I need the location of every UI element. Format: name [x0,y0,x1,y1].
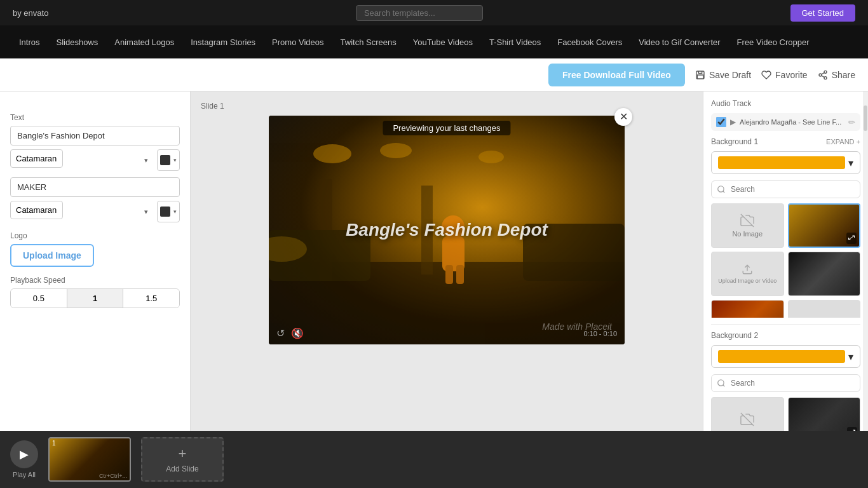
nav-item-slideshows[interactable]: Slideshows [50,34,105,51]
share-action[interactable]: Share [818,70,855,80]
color-swatch-1 [160,155,170,165]
upload-image-video-cell[interactable]: Upload Image or Video [711,252,784,296]
color-picker-1[interactable]: ▾ [157,149,180,171]
share-icon [818,70,828,80]
bg1-expand-button[interactable]: EXPAND + [826,138,860,146]
save-draft-action[interactable]: Save Draft [695,70,751,80]
upload-icon [742,264,753,275]
video-wrapper: Bangle's Fashion Depot Made with Placeit… [269,116,625,344]
logo-text: by envato [13,8,48,18]
nav-item-intros[interactable]: Intros [13,34,46,51]
replay-icon[interactable]: ↺ [276,327,285,339]
svg-point-7 [313,144,351,163]
text-field-label: Text [10,113,180,122]
speed-row: 0.5 1 1.5 [10,288,180,308]
speed-1-button[interactable]: 1 [67,289,124,308]
speed-15-button[interactable]: 1.5 [123,289,179,308]
bg1-chevron-icon: ▾ [848,157,853,169]
nav-item-youtube-videos[interactable]: YouTube Videos [407,34,479,51]
filmstrip: ▶ Play All 1 Ctr+Ctrl+... + Add Slide [0,431,868,488]
play-circle-icon: ▶ [10,440,38,468]
get-started-button[interactable]: Get Started [790,4,855,22]
slide-label: Slide 1 [201,102,224,111]
svg-line-5 [821,72,824,74]
bg2-images-grid [711,397,860,431]
text-input-2[interactable] [10,177,180,197]
color-picker-2[interactable]: ▾ [157,201,180,222]
font-row-1: Catamaran ▾ [10,149,180,171]
save-icon [695,70,705,80]
video-controls: ↺ 🔇 0:10 - 0:10 [269,327,625,339]
svg-point-3 [824,76,827,79]
add-slide-label: Add Slide [166,464,198,473]
bg2-image-cell-1[interactable] [788,397,861,431]
crop-icon [846,233,857,244]
nav-item-animated-logos[interactable]: Animated Logos [108,34,180,51]
right-panel: Audio Track ▶ Alejandro Magaña - See Lin… [703,92,868,431]
svg-line-4 [821,76,824,78]
bg-image-cell-3[interactable] [711,300,784,318]
video-text-overlay: Bangle's Fashion Depot [269,220,625,240]
slide-thumb-label: Ctr+Ctrl+... [99,473,127,479]
scrollbar-thumb [864,105,867,131]
bg-image-cell-1[interactable] [788,203,861,248]
play-all-label: Play All [13,471,36,478]
download-button[interactable]: Free Download Full Video [548,64,685,86]
top-search-input[interactable] [356,5,483,21]
font-select-1[interactable]: Catamaran [10,149,63,168]
nav-item-video-to-gif[interactable]: Video to Gif Converter [632,34,726,51]
text-input-1[interactable] [10,126,180,146]
slide-number: 1 [52,440,56,447]
chevron-down-icon-2: ▾ [173,208,177,215]
bg2-search-input[interactable] [711,374,860,392]
nav-item-instagram-stories[interactable]: Instagram Stories [184,34,262,51]
right-panel-scrollbar[interactable] [863,92,868,431]
no-image-cell[interactable]: No Image [711,203,784,248]
add-slide-button[interactable]: + Add Slide [141,437,224,482]
bg1-color-bar [718,156,845,169]
svg-point-8 [380,143,412,158]
speed-05-button[interactable]: 0.5 [11,289,67,308]
audio-track-title: Audio Track [711,99,860,108]
share-label: Share [832,70,855,80]
audio-checkbox[interactable] [716,117,726,127]
edit-audio-icon[interactable]: ✏ [848,118,855,127]
bg1-search-input[interactable] [711,180,860,198]
favorite-action[interactable]: Favorite [761,70,808,80]
play-all-button[interactable]: ▶ Play All [10,440,38,478]
logo-label: Logo [10,231,180,240]
nav-item-twitch-screens[interactable]: Twitch Screens [334,34,403,51]
nav-item-facebook-covers[interactable]: Facebook Covers [551,34,628,51]
favorite-label: Favorite [775,70,808,80]
bg-image-cell-2[interactable] [788,252,861,296]
svg-line-19 [849,236,855,240]
divider [711,324,860,325]
slide-thumb-1[interactable]: 1 Ctr+Ctrl+... [48,437,131,482]
bg1-images-grid: No Image Upload Image or Video [711,203,860,318]
logo-area: by envato [13,8,48,18]
bg-image-cell-4[interactable] [788,300,861,318]
close-preview-button[interactable]: ✕ [614,108,632,126]
svg-rect-16 [445,265,453,284]
mute-icon[interactable]: 🔇 [291,327,304,339]
nav-item-free-video-cropper[interactable]: Free Video Cropper [731,34,816,51]
preview-banner: Previewing your last changes [383,121,510,135]
center-panel: Slide 1 [191,92,703,431]
bg2-color-picker[interactable]: ▾ [711,345,860,368]
font-select-2[interactable]: Catamaran [10,201,63,219]
no-image-icon [740,214,754,227]
nav-item-tshirt-videos[interactable]: T-Shirt Videos [483,34,547,51]
left-panel: Text Catamaran ▾ Catamaran ▾ [0,92,191,431]
main-layout: Text Catamaran ▾ Catamaran ▾ [0,92,868,431]
bg2-section-title: Background 2 [711,331,860,340]
bg2-no-image-cell[interactable] [711,397,784,431]
audio-play-icon[interactable]: ▶ [730,118,736,126]
nav-item-promo-videos[interactable]: Promo Videos [266,34,330,51]
upload-image-button[interactable]: Upload Image [10,244,94,267]
bg2-no-image-icon [740,412,754,426]
video-container: Bangle's Fashion Depot Made with Placeit… [269,116,625,344]
bg1-color-picker[interactable]: ▾ [711,151,860,174]
save-draft-label: Save Draft [709,70,751,80]
svg-point-2 [819,74,822,76]
nav-bar: Intros Slideshows Animated Logos Instagr… [0,25,868,58]
